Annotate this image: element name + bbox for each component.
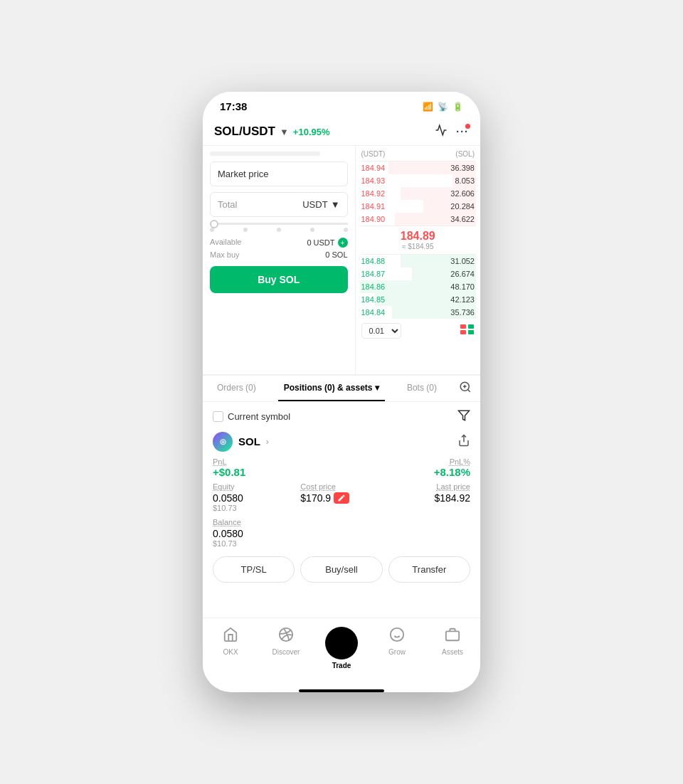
buy-row-3[interactable]: 184.85 42.123 xyxy=(360,293,477,306)
cost-price-wrapper: $170.9 xyxy=(300,492,382,504)
tab-bots[interactable]: Bots (0) xyxy=(401,376,443,401)
total-field[interactable]: Total USDT ▼ xyxy=(210,192,348,217)
grow-icon xyxy=(389,627,405,646)
svg-rect-14 xyxy=(446,631,459,640)
archive-button[interactable] xyxy=(459,381,472,396)
buy-row-0[interactable]: 184.88 31.052 xyxy=(360,255,477,267)
sell-row-4[interactable]: 184.90 34.622 xyxy=(360,213,477,226)
cost-price-cell: Cost price $170.9 xyxy=(300,482,382,512)
filter-icon[interactable] xyxy=(457,409,470,425)
order-type-scroll xyxy=(210,152,320,156)
nav-grow-label: Grow xyxy=(388,648,406,656)
wifi-icon: 📡 xyxy=(438,102,448,112)
total-currency[interactable]: USDT ▼ xyxy=(302,199,339,210)
tab-positions-chevron: ▾ xyxy=(375,383,379,393)
nav-trade[interactable]: Trade xyxy=(314,624,369,672)
order-panel: Market price Total USDT ▼ xyxy=(203,146,356,374)
ob-price-header: (USDT) xyxy=(361,150,386,158)
status-icons: 📶 📡 🔋 xyxy=(423,102,463,112)
nav-discover-label: Discover xyxy=(272,648,300,656)
tick-75 xyxy=(310,228,314,232)
pnl-row: PnL +$0.81 PnL% +8.18% xyxy=(213,457,470,478)
positions-section: Current symbol ◎ SOL › xyxy=(203,402,480,618)
max-buy-row: Max buy 0 SOL xyxy=(210,250,348,259)
depth-chart-icon[interactable] xyxy=(460,324,475,338)
orderbook-panel: (USDT) (SOL) 184.94 36.398 184.93 8.053 … xyxy=(356,146,481,374)
pnl-pct-section: PnL% +8.18% xyxy=(434,457,470,478)
asset-card: ◎ SOL › PnL +$0.81 xyxy=(213,432,470,583)
market-price-input[interactable]: Market price xyxy=(210,161,348,186)
add-funds-button[interactable]: + xyxy=(338,238,348,248)
buy-row-1[interactable]: 184.87 26.674 xyxy=(360,267,477,280)
buy-orders: 184.88 31.052 184.87 26.674 184.86 48.17… xyxy=(360,255,477,319)
sell-row-3[interactable]: 184.91 20.284 xyxy=(360,200,477,213)
balance-row: Balance 0.0580 $10.73 xyxy=(213,518,470,548)
more-button[interactable]: ··· xyxy=(456,125,469,138)
slider-track xyxy=(210,223,348,225)
edit-cost-price-button[interactable] xyxy=(334,492,349,504)
buy-sol-button[interactable]: Buy SOL xyxy=(210,266,348,293)
current-symbol-label: Current symbol xyxy=(228,411,290,422)
battery-icon: 🔋 xyxy=(452,102,463,112)
sell-row-0[interactable]: 184.94 36.398 xyxy=(360,161,477,174)
filter-row: Current symbol xyxy=(213,409,470,425)
sell-orders: 184.94 36.398 184.93 8.053 184.92 32.606… xyxy=(360,161,477,226)
svg-point-11 xyxy=(391,628,403,641)
max-buy-value: 0 SOL xyxy=(325,250,347,259)
app-header: SOL/USDT ▼ +10.95% ··· xyxy=(203,118,480,146)
mid-price-value: 184.89 xyxy=(360,230,477,243)
home-icon xyxy=(223,627,238,646)
mid-price-usd: ≈ $184.95 xyxy=(360,243,477,250)
slider-thumb[interactable] xyxy=(210,220,218,228)
cost-price-label: Cost price xyxy=(300,482,382,491)
action-buttons: TP/SL Buy/sell Transfer xyxy=(213,556,470,583)
svg-line-5 xyxy=(467,389,470,391)
equity-value: 0.0580 xyxy=(213,492,295,504)
last-price-label: Last price xyxy=(388,482,470,491)
available-value: 0 USDT + xyxy=(307,238,347,248)
symbol-row[interactable]: SOL/USDT ▼ +10.95% xyxy=(214,125,330,139)
current-symbol-checkbox[interactable] xyxy=(213,411,223,422)
decimal-select[interactable]: 0.01 0.1 1 xyxy=(361,323,401,339)
buy-sell-button[interactable]: Buy/sell xyxy=(300,556,382,583)
nav-trade-label: Trade xyxy=(332,662,351,669)
symbol-dropdown-icon[interactable]: ▼ xyxy=(280,127,289,137)
nav-okx[interactable]: OKX xyxy=(203,624,258,672)
assets-icon xyxy=(445,627,460,646)
ob-qty-header: (SOL) xyxy=(455,150,475,158)
asset-symbol-group[interactable]: ◎ SOL › xyxy=(213,432,269,452)
chart-button[interactable] xyxy=(435,124,448,139)
sell-row-2[interactable]: 184.92 32.606 xyxy=(360,187,477,200)
available-label: Available xyxy=(210,238,241,248)
discover-icon xyxy=(278,627,294,646)
tick-25 xyxy=(243,228,248,232)
buy-row-2[interactable]: 184.86 48.170 xyxy=(360,280,477,293)
nav-grow[interactable]: Grow xyxy=(369,624,425,672)
home-indicator xyxy=(299,689,384,692)
sell-row-1[interactable]: 184.93 8.053 xyxy=(360,174,477,187)
symbol-name: SOL/USDT xyxy=(214,125,275,139)
notification-dot xyxy=(465,124,470,129)
asset-chevron-icon[interactable]: › xyxy=(266,437,269,447)
balance-sub: $10.73 xyxy=(213,539,243,548)
transfer-button[interactable]: Transfer xyxy=(388,556,470,583)
stats-grid: Equity 0.0580 $10.73 Cost price $170.9 xyxy=(213,482,470,512)
tpsl-button[interactable]: TP/SL xyxy=(213,556,295,583)
tab-orders[interactable]: Orders (0) xyxy=(211,376,262,401)
balance-value: 0.0580 xyxy=(213,528,243,539)
tick-0 xyxy=(210,228,214,232)
nav-assets[interactable]: Assets xyxy=(425,624,480,672)
nav-assets-label: Assets xyxy=(442,648,463,656)
asset-header: ◎ SOL › xyxy=(213,432,470,452)
pnl-value: +$0.81 xyxy=(213,466,245,478)
svg-rect-0 xyxy=(460,324,466,329)
amount-slider[interactable] xyxy=(210,223,348,232)
tab-positions[interactable]: Positions (0) & assets ▾ xyxy=(278,376,385,401)
balance-cell: Balance 0.0580 $10.73 xyxy=(213,518,243,548)
current-symbol-filter[interactable]: Current symbol xyxy=(213,411,290,422)
share-button[interactable] xyxy=(457,434,470,449)
nav-discover[interactable]: Discover xyxy=(258,624,314,672)
buy-row-4[interactable]: 184.84 35.736 xyxy=(360,306,477,319)
max-buy-label: Max buy xyxy=(210,250,240,259)
currency-chevron-icon: ▼ xyxy=(331,199,340,210)
